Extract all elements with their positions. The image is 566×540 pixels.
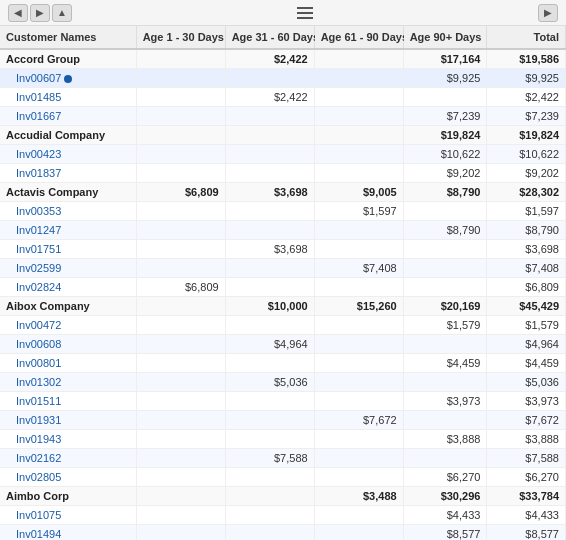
row-age31-60: [225, 525, 314, 541]
row-total: $4,459: [487, 354, 566, 373]
row-age31-60: [225, 278, 314, 297]
group-row[interactable]: Actavis Company $6,809 $3,698 $9,005 $8,…: [0, 183, 566, 202]
table-row[interactable]: Inv01494 $8,577 $8,577: [0, 525, 566, 541]
group-age90plus: $8,790: [403, 183, 487, 202]
table-row[interactable]: Inv00607 $9,925 $9,925: [0, 69, 566, 88]
row-id: Inv02805: [0, 468, 136, 487]
row-age31-60: [225, 430, 314, 449]
table-scroll-wrapper[interactable]: Customer Names Age 1 - 30 Days Age 31 - …: [0, 26, 566, 540]
scroll-right-button[interactable]: ▶: [538, 4, 558, 22]
row-age1-30: [136, 354, 225, 373]
group-row[interactable]: Accord Group $2,422 $17,164 $19,586: [0, 49, 566, 69]
row-age61-90: $7,672: [314, 411, 403, 430]
col-header-total[interactable]: Total: [487, 26, 566, 49]
row-age90plus: $3,888: [403, 430, 487, 449]
group-age1-30: [136, 297, 225, 316]
row-total: $7,588: [487, 449, 566, 468]
table-row[interactable]: Inv02824 $6,809 $6,809: [0, 278, 566, 297]
row-age61-90: $7,408: [314, 259, 403, 278]
row-id: Inv00472: [0, 316, 136, 335]
row-age31-60: [225, 259, 314, 278]
group-age31-60: $3,698: [225, 183, 314, 202]
group-total: $19,586: [487, 49, 566, 69]
group-age1-30: [136, 49, 225, 69]
row-age90plus: [403, 449, 487, 468]
table-row[interactable]: Inv01247 $8,790 $8,790: [0, 221, 566, 240]
group-age31-60: $10,000: [225, 297, 314, 316]
row-id: Inv01485: [0, 88, 136, 107]
col-header-age61-90[interactable]: Age 61 - 90 Days: [314, 26, 403, 49]
row-age1-30: [136, 69, 225, 88]
row-total: $3,698: [487, 240, 566, 259]
row-age31-60: [225, 354, 314, 373]
table-row[interactable]: Inv02599 $7,408 $7,408: [0, 259, 566, 278]
row-total: $8,790: [487, 221, 566, 240]
group-age90plus: $17,164: [403, 49, 487, 69]
table-row[interactable]: Inv00472 $1,579 $1,579: [0, 316, 566, 335]
col-header-age31-60[interactable]: Age 31 - 60 Days: [225, 26, 314, 49]
nav-up-button[interactable]: ▲: [52, 4, 72, 22]
col-header-age1-30[interactable]: Age 1 - 30 Days: [136, 26, 225, 49]
row-age90plus: [403, 278, 487, 297]
row-age31-60: [225, 107, 314, 126]
row-age90plus: $3,973: [403, 392, 487, 411]
table-row[interactable]: Inv01485 $2,422 $2,422: [0, 88, 566, 107]
row-id: Inv01837: [0, 164, 136, 183]
row-age61-90: [314, 278, 403, 297]
row-age31-60: $3,698: [225, 240, 314, 259]
row-age31-60: $5,036: [225, 373, 314, 392]
nav-forward-button[interactable]: ▶: [30, 4, 50, 22]
nav-buttons: ◀ ▶ ▲: [8, 4, 72, 22]
row-age90plus: [403, 373, 487, 392]
table-row[interactable]: Inv00353 $1,597 $1,597: [0, 202, 566, 221]
col-header-name[interactable]: Customer Names: [0, 26, 136, 49]
row-age1-30: [136, 164, 225, 183]
nav-back-button[interactable]: ◀: [8, 4, 28, 22]
group-row[interactable]: Accudial Company $19,824 $19,824: [0, 126, 566, 145]
table-row[interactable]: Inv00608 $4,964 $4,964: [0, 335, 566, 354]
row-id: Inv01943: [0, 430, 136, 449]
table-row[interactable]: Inv01667 $7,239 $7,239: [0, 107, 566, 126]
row-age1-30: [136, 259, 225, 278]
table-row[interactable]: Inv01751 $3,698 $3,698: [0, 240, 566, 259]
row-age1-30: [136, 107, 225, 126]
hamburger-menu[interactable]: [297, 7, 313, 19]
row-age31-60: [225, 316, 314, 335]
group-total: $33,784: [487, 487, 566, 506]
row-age61-90: [314, 430, 403, 449]
table-row[interactable]: Inv02805 $6,270 $6,270: [0, 468, 566, 487]
group-row[interactable]: Aibox Company $10,000 $15,260 $20,169 $4…: [0, 297, 566, 316]
row-id: Inv01667: [0, 107, 136, 126]
row-age1-30: [136, 88, 225, 107]
table-row[interactable]: Inv00423 $10,622 $10,622: [0, 145, 566, 164]
row-age90plus: $9,202: [403, 164, 487, 183]
table-row[interactable]: Inv02162 $7,588 $7,588: [0, 449, 566, 468]
row-age1-30: [136, 316, 225, 335]
group-name: Aimbo Corp: [0, 487, 136, 506]
table-row[interactable]: Inv01075 $4,433 $4,433: [0, 506, 566, 525]
row-age90plus: $8,790: [403, 221, 487, 240]
row-age31-60: [225, 202, 314, 221]
table-row[interactable]: Inv01837 $9,202 $9,202: [0, 164, 566, 183]
row-id: Inv01511: [0, 392, 136, 411]
group-name: Accudial Company: [0, 126, 136, 145]
row-id: Inv02599: [0, 259, 136, 278]
row-age61-90: [314, 145, 403, 164]
row-age61-90: [314, 525, 403, 541]
row-age31-60: [225, 145, 314, 164]
group-row[interactable]: Aimbo Corp $3,488 $30,296 $33,784: [0, 487, 566, 506]
table-row[interactable]: Inv01511 $3,973 $3,973: [0, 392, 566, 411]
row-age1-30: [136, 202, 225, 221]
row-age90plus: [403, 259, 487, 278]
group-age31-60: [225, 126, 314, 145]
row-age61-90: [314, 373, 403, 392]
row-age90plus: [403, 88, 487, 107]
table-row[interactable]: Inv00801 $4,459 $4,459: [0, 354, 566, 373]
table-row[interactable]: Inv01943 $3,888 $3,888: [0, 430, 566, 449]
top-bar: ◀ ▶ ▲ ▶: [0, 0, 566, 26]
table-row[interactable]: Inv01931 $7,672 $7,672: [0, 411, 566, 430]
col-header-age90plus[interactable]: Age 90+ Days: [403, 26, 487, 49]
table-row[interactable]: Inv01302 $5,036 $5,036: [0, 373, 566, 392]
group-age90plus: $20,169: [403, 297, 487, 316]
row-age1-30: [136, 392, 225, 411]
